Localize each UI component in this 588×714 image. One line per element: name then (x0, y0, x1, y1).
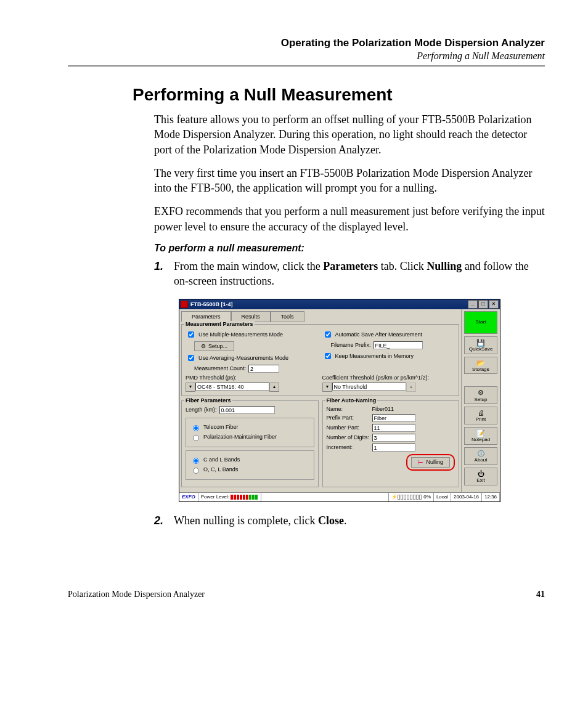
number-part-input[interactable]: 11 (372, 424, 415, 432)
step-2: 2. When nulling is complete, click Close… (154, 513, 545, 528)
page-heading: Performing a Null Measurement (133, 85, 545, 105)
maximize-button[interactable]: □ (478, 300, 488, 309)
lightning-icon: ⚡ (391, 494, 398, 500)
exfo-logo: EXFO (179, 493, 198, 501)
coef-down-button[interactable]: ▾ (322, 383, 332, 392)
pm-fiber-label: Polarization-Maintaining Fiber (203, 434, 277, 440)
storage-button[interactable]: 📂Storage (464, 357, 497, 375)
telecom-fiber-label: Telecom Fiber (203, 424, 239, 430)
measurement-parameters-group: Measurement Parameters Use Multiple-Meas… (181, 324, 459, 396)
fiber-parameters-group: Fiber Parameters Length (km):0.001 Telec… (181, 400, 319, 487)
intro-paragraph-3: EXFO recommends that you perform a null … (154, 204, 545, 234)
name-value: Fiber011 (372, 406, 394, 412)
use-multi-checkbox[interactable] (188, 331, 194, 338)
gear-icon: ⚙ (465, 389, 497, 396)
power-level-section: Power Level: (198, 493, 261, 501)
ocl-bands-radio[interactable] (193, 468, 199, 474)
setup-icon: ⚙ (201, 343, 206, 349)
coef-threshold-label: Coefficient Threshold (ps/km or ps/km^1/… (322, 375, 429, 381)
fiber-auto-naming-group: Fiber Auto-Naming Name:Fiber011 Prefix P… (322, 400, 460, 487)
cl-bands-label: C and L Bands (203, 456, 240, 463)
sidebar: Start 💾QuickSave 📂Storage ⚙Setup 🖨Print … (461, 309, 500, 492)
info-icon: ⓘ (465, 450, 497, 457)
use-avg-label: Use Averaging-Measurements Mode (198, 355, 288, 361)
fiber-auto-naming-legend: Fiber Auto-Naming (325, 397, 378, 404)
use-avg-checkbox[interactable] (188, 355, 194, 361)
prefix-part-label: Prefix Part: (327, 415, 370, 421)
length-label: Length (km): (186, 407, 217, 413)
pmd-up-button[interactable]: ▴ (269, 383, 279, 392)
local-status: Local (434, 493, 451, 501)
app-icon (181, 301, 188, 308)
pm-fiber-radio[interactable] (193, 435, 199, 441)
setup-side-button[interactable]: ⚙Setup (464, 386, 497, 404)
window-title: FTB-5500B [1-4] (190, 301, 233, 307)
number-digits-input[interactable]: 3 (372, 434, 415, 442)
about-button[interactable]: ⓘAbout (464, 447, 497, 465)
exit-button[interactable]: ⏻Exit (464, 468, 497, 485)
notepad-icon: 📝 (465, 429, 497, 437)
increment-label: Increment: (327, 444, 370, 450)
footer-left: Polarization Mode Dispersion Analyzer (68, 590, 205, 599)
number-part-label: Number Part: (327, 424, 370, 431)
prefix-part-input[interactable]: Fiber (372, 414, 415, 422)
setup-button[interactable]: ⚙Setup... (194, 341, 234, 351)
auto-save-label: Automatic Save After Measurement (335, 331, 423, 338)
minimize-button[interactable]: _ (468, 300, 478, 309)
close-button[interactable]: × (489, 300, 499, 309)
notepad-button[interactable]: 📝Notepad (464, 427, 497, 445)
save-icon: 💾 (465, 339, 497, 346)
number-digits-label: Number of Digits: (327, 434, 370, 440)
power-level-label: Power Level: (201, 494, 229, 500)
print-icon: 🖨 (465, 409, 497, 416)
progress-section: ⚡ 0% (389, 493, 434, 501)
instruction-heading: To perform a null measurement: (154, 243, 545, 254)
status-date: 2003-04-16 (451, 493, 482, 501)
measurement-count-input[interactable]: 2 (248, 365, 279, 373)
nulling-highlight: ⊢Nulling (406, 454, 455, 471)
header-subtitle: Performing a Null Measurement (68, 51, 545, 62)
coef-threshold-input[interactable]: No Threshold (332, 383, 406, 391)
name-label: Name: (327, 406, 370, 412)
header-rule (68, 65, 545, 67)
length-input[interactable]: 0.001 (219, 406, 275, 414)
power-icon: ⏻ (465, 470, 497, 477)
keep-memory-label: Keep Measurements in Memory (335, 353, 414, 359)
progress-percent: 0% (423, 494, 431, 500)
filename-prefix-label: Filename Prefix: (331, 342, 371, 348)
keep-memory-checkbox[interactable] (325, 353, 331, 359)
ocl-bands-label: O, C, L Bands (203, 466, 238, 473)
measurement-parameters-legend: Measurement Parameters (184, 321, 255, 327)
step-1-body: From the main window, click the Paramete… (174, 259, 545, 289)
start-button[interactable]: Start (464, 311, 497, 334)
step-1-number: 1. (154, 259, 174, 289)
increment-input[interactable]: 1 (372, 444, 415, 452)
print-button[interactable]: 🖨Print (464, 407, 497, 424)
nulling-icon: ⊢ (418, 459, 423, 466)
pmd-threshold-input[interactable]: OC48 - STM16: 40 (195, 383, 269, 391)
header-title: Operating the Polarization Mode Dispersi… (68, 37, 545, 49)
step-2-number: 2. (154, 513, 174, 528)
auto-save-checkbox[interactable] (325, 331, 331, 338)
telecom-fiber-radio[interactable] (193, 425, 199, 431)
app-window: FTB-5500B [1-4] _ □ × Parameters Results… (179, 299, 500, 502)
filename-prefix-input[interactable]: FILE_ (374, 341, 423, 349)
quicksave-button[interactable]: 💾QuickSave (464, 336, 497, 354)
coef-up-button[interactable]: ▴ (406, 383, 416, 392)
fiber-parameters-legend: Fiber Parameters (184, 397, 232, 404)
step-1: 1. From the main window, click the Param… (154, 259, 545, 289)
nulling-button[interactable]: ⊢Nulling (411, 457, 450, 468)
measurement-count-label: Measurement Count: (194, 365, 246, 371)
pmd-threshold-label: PMD Threshold (ps): (186, 375, 237, 381)
intro-paragraph-1: This feature allows you to perform an of… (154, 112, 545, 157)
intro-paragraph-2: The very first time you insert an FTB-55… (154, 166, 545, 196)
pmd-down-button[interactable]: ▾ (186, 383, 195, 392)
screenshot: FTB-5500B [1-4] _ □ × Parameters Results… (179, 299, 545, 502)
footer-page-number: 41 (536, 590, 545, 599)
step-2-body: When nulling is complete, click Close. (174, 513, 545, 528)
status-time: 12:36 (482, 493, 500, 501)
use-multi-label: Use Multiple-Measurements Mode (198, 331, 283, 338)
cl-bands-radio[interactable] (193, 458, 199, 464)
tab-tools[interactable]: Tools (271, 311, 304, 322)
titlebar: FTB-5500B [1-4] _ □ × (179, 299, 500, 309)
